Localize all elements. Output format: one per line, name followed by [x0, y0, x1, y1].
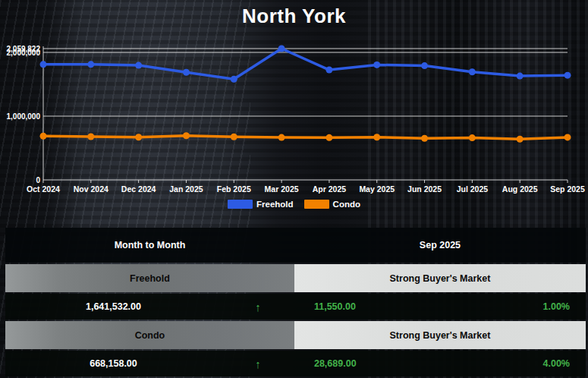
- condo-line: [43, 136, 568, 139]
- market-summary-table: Month to Month Sep 2025 Freehold Strong …: [5, 228, 586, 378]
- freehold-change-amount: 11,550.00: [294, 301, 356, 312]
- page-title: North York: [0, 5, 588, 28]
- condo-data-point: [517, 136, 524, 143]
- x-axis-label: Jan 2025: [169, 184, 203, 194]
- y-axis-label: 2,059,822: [7, 45, 41, 53]
- freehold-swatch-icon: [228, 200, 253, 209]
- condo-price: 668,158.00: [5, 358, 222, 369]
- condo-swatch-icon: [304, 200, 329, 209]
- x-axis-label: Sep 2025: [550, 184, 585, 194]
- freehold-data-point: [231, 76, 237, 83]
- x-axis-label: May 2025: [359, 184, 395, 194]
- freehold-data-point: [325, 67, 332, 74]
- freehold-value-row: 1,641,532.00 ↑ 11,550.00 1.00%: [5, 294, 586, 320]
- freehold-data-point: [469, 68, 476, 75]
- x-axis-label: Oct 2024: [27, 184, 60, 194]
- condo-label-row: Condo Strong Buyer's Market: [5, 321, 586, 349]
- x-axis-label: Dec 2024: [121, 184, 156, 194]
- y-axis-label: 1,000,000: [7, 112, 41, 121]
- condo-data-point: [421, 135, 428, 142]
- condo-data-point: [325, 134, 332, 141]
- x-axis-label: Jul 2025: [457, 184, 489, 194]
- condo-data-point: [135, 134, 142, 140]
- freehold-data-point: [517, 73, 524, 80]
- condo-data-point: [40, 133, 47, 140]
- freehold-line: [43, 49, 568, 79]
- freehold-data-point: [183, 69, 190, 76]
- chart-legend: Freehold Condo: [0, 200, 588, 209]
- y-axis-label: 0: [36, 176, 40, 184]
- condo-label: Condo: [135, 330, 165, 341]
- header-current-month: Sep 2025: [420, 240, 461, 250]
- freehold-change-percent: 1.00%: [543, 301, 586, 312]
- condo-data-point: [564, 134, 571, 140]
- freehold-up-arrow-icon: ↑: [222, 301, 294, 313]
- condo-data-point: [231, 134, 237, 140]
- x-axis-label: Nov 2024: [74, 184, 108, 194]
- freehold-label: Freehold: [130, 273, 170, 284]
- freehold-data-point: [421, 62, 428, 69]
- legend-item-freehold[interactable]: Freehold: [228, 200, 294, 209]
- legend-item-condo[interactable]: Condo: [304, 200, 360, 209]
- x-axis-label: Jun 2025: [407, 184, 442, 194]
- header-month-to-month: Month to Month: [115, 240, 186, 250]
- freehold-price: 1,641,532.00: [5, 301, 222, 312]
- price-trend-chart: 01,000,0002,000,0002,059,822Oct 2024Nov …: [0, 0, 588, 196]
- x-axis-label: Feb 2025: [217, 184, 251, 194]
- legend-label-freehold: Freehold: [256, 200, 294, 209]
- legend-label-condo: Condo: [333, 200, 360, 209]
- x-axis-label: Apr 2025: [313, 184, 347, 194]
- condo-data-point: [278, 134, 285, 141]
- condo-data-point: [469, 134, 476, 141]
- x-axis-label: Mar 2025: [265, 184, 299, 194]
- freehold-market-status: Strong Buyer's Market: [390, 273, 491, 284]
- freehold-data-point: [564, 72, 571, 79]
- condo-change-percent: 4.00%: [543, 358, 586, 369]
- freehold-data-point: [135, 62, 142, 69]
- condo-data-point: [373, 134, 380, 140]
- freehold-data-point: [87, 61, 94, 68]
- condo-value-row: 668,158.00 ↑ 28,689.00 4.00%: [5, 351, 586, 376]
- table-header-row: Month to Month Sep 2025: [5, 228, 586, 263]
- freehold-data-point: [373, 61, 380, 68]
- freehold-label-row: Freehold Strong Buyer's Market: [5, 264, 586, 292]
- condo-data-point: [183, 132, 190, 139]
- condo-market-status: Strong Buyer's Market: [390, 330, 491, 341]
- freehold-data-point: [278, 46, 285, 52]
- condo-data-point: [87, 134, 94, 140]
- condo-up-arrow-icon: ↑: [222, 358, 294, 370]
- x-axis-label: Aug 2025: [502, 184, 538, 194]
- condo-change-amount: 28,689.00: [294, 358, 357, 369]
- freehold-data-point: [40, 61, 47, 68]
